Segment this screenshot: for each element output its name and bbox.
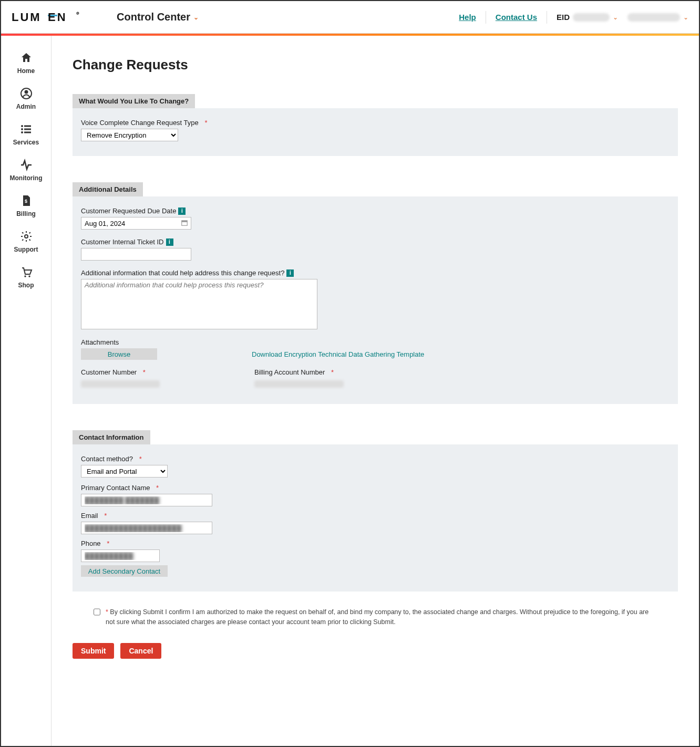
svg-rect-8: [24, 126, 31, 127]
email-label: Email *: [81, 512, 670, 520]
additional-info-textarea[interactable]: [81, 279, 317, 329]
phone-input[interactable]: [81, 549, 160, 562]
contact-us-link[interactable]: Contact Us: [496, 13, 537, 22]
browse-button[interactable]: Browse: [81, 348, 157, 360]
due-date-input[interactable]: [81, 217, 191, 230]
required-marker: *: [104, 512, 107, 520]
content: Change Requests What Would You Like To C…: [52, 36, 699, 746]
required-marker: *: [107, 540, 109, 547]
section-contact: Contact Information Contact method? * Em…: [73, 430, 678, 592]
svg-text:R: R: [77, 12, 79, 15]
brand-logo: LUM EN R: [12, 11, 85, 24]
sidebar-item-admin[interactable]: Admin: [1, 82, 51, 118]
user-dropdown[interactable]: ⌄: [627, 13, 688, 22]
sidebar-item-monitoring[interactable]: Monitoring: [1, 153, 51, 189]
svg-rect-10: [24, 129, 31, 130]
required-marker: *: [143, 368, 146, 376]
sidebar: Home Admin Services Monitoring $ Billing…: [1, 36, 52, 746]
user-name: [627, 13, 680, 22]
required-marker: *: [156, 484, 159, 492]
file-icon: $: [20, 194, 33, 207]
additional-info-label: Additional information that could help a…: [81, 269, 670, 277]
sidebar-item-label: Monitoring: [10, 174, 43, 182]
activity-icon: [20, 159, 33, 171]
chevron-down-icon: ⌄: [683, 14, 688, 21]
help-link[interactable]: Help: [459, 13, 476, 22]
eid-value: [573, 13, 610, 22]
cancel-button[interactable]: Cancel: [120, 643, 161, 659]
required-marker: *: [204, 119, 207, 127]
action-row: Submit Cancel: [73, 643, 678, 659]
app-title-text: Control Center: [117, 11, 190, 23]
divider: [547, 11, 547, 24]
customer-number-label: Customer Number *: [81, 368, 160, 376]
download-template-link[interactable]: Download Encryption Technical Data Gathe…: [252, 350, 424, 358]
section-details: Additional Details Customer Requested Du…: [73, 182, 678, 404]
primary-contact-name-label: Primary Contact Name *: [81, 484, 670, 492]
svg-point-14: [25, 235, 28, 238]
svg-point-6: [24, 90, 28, 94]
header: LUM EN R Control Center ⌄ Help Contact U…: [1, 1, 699, 34]
required-marker: *: [331, 368, 334, 376]
phone-label: Phone *: [81, 540, 670, 547]
ticket-id-label: Customer Internal Ticket ID i: [81, 238, 670, 246]
app-title-dropdown[interactable]: Control Center ⌄: [117, 11, 199, 23]
ticket-id-input[interactable]: [81, 248, 191, 261]
page-title: Change Requests: [73, 57, 678, 73]
calendar-icon[interactable]: [181, 219, 188, 226]
section-change: What Would You Like To Change? Voice Com…: [73, 94, 678, 156]
sidebar-item-support[interactable]: Support: [1, 225, 51, 261]
svg-text:$: $: [25, 199, 27, 204]
sidebar-item-label: Support: [14, 246, 38, 253]
svg-point-11: [21, 131, 23, 133]
sidebar-item-label: Shop: [18, 282, 34, 289]
billing-account-value: [254, 380, 344, 388]
chevron-down-icon: ⌄: [613, 14, 618, 21]
confirm-text: * By clicking Submit I confirm I am auth…: [106, 607, 657, 627]
svg-point-9: [21, 128, 23, 130]
confirm-row: * By clicking Submit I confirm I am auth…: [73, 602, 678, 643]
sidebar-item-home[interactable]: Home: [1, 46, 51, 82]
chevron-down-icon: ⌄: [193, 14, 199, 21]
customer-number-value: [81, 380, 160, 388]
section-change-header: What Would You Like To Change?: [73, 94, 195, 108]
contact-method-select[interactable]: Email and Portal: [81, 465, 168, 478]
svg-point-15: [24, 275, 26, 277]
sidebar-item-billing[interactable]: $ Billing: [1, 189, 51, 225]
section-details-header: Additional Details: [73, 182, 143, 196]
change-type-label: Voice Complete Change Request Type *: [81, 119, 670, 127]
contact-method-label: Contact method? *: [81, 455, 670, 463]
billing-account-label: Billing Account Number *: [254, 368, 344, 376]
info-icon[interactable]: i: [178, 208, 186, 215]
required-marker: *: [106, 608, 108, 616]
attachments-label: Attachments: [81, 338, 670, 346]
eid-dropdown[interactable]: EID ⌄: [557, 13, 618, 22]
sidebar-item-label: Services: [13, 139, 39, 146]
required-marker: *: [139, 455, 142, 463]
change-type-select[interactable]: Remove Encryption: [81, 129, 178, 141]
sidebar-item-label: Home: [17, 67, 35, 75]
email-input[interactable]: [81, 522, 212, 534]
user-icon: [20, 87, 33, 100]
list-icon: [20, 123, 33, 136]
gear-icon: [20, 230, 33, 243]
svg-rect-12: [24, 132, 31, 133]
sidebar-item-label: Billing: [16, 210, 36, 217]
sidebar-item-shop[interactable]: Shop: [1, 261, 51, 296]
section-contact-header: Contact Information: [73, 430, 150, 444]
cart-icon: [20, 266, 33, 278]
sidebar-item-services[interactable]: Services: [1, 118, 51, 153]
submit-button[interactable]: Submit: [73, 643, 114, 659]
primary-contact-name-input[interactable]: [81, 494, 212, 506]
svg-point-16: [28, 275, 30, 277]
eid-label: EID: [557, 13, 570, 22]
home-icon: [20, 51, 33, 64]
divider: [486, 11, 486, 24]
confirm-checkbox[interactable]: [94, 608, 100, 616]
info-icon[interactable]: i: [286, 269, 294, 277]
info-icon[interactable]: i: [166, 238, 173, 246]
svg-text:LUM: LUM: [12, 11, 42, 24]
due-date-label: Customer Requested Due Date i: [81, 207, 670, 215]
add-secondary-contact-button[interactable]: Add Secondary Contact: [81, 565, 168, 577]
svg-text:EN: EN: [48, 11, 67, 24]
